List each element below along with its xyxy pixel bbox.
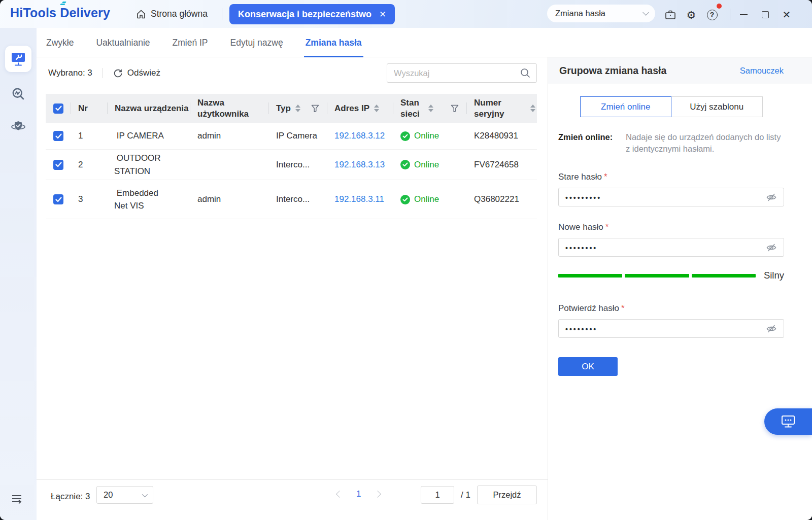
minimize-button[interactable] xyxy=(737,8,750,21)
cell-ip-link[interactable]: 192.168.3.12 xyxy=(327,131,393,141)
old-password-field[interactable]: ••••••••• xyxy=(558,188,784,206)
device-table: Nr Nazwa urządzenia Nazwa użytkownika Ty… xyxy=(46,94,537,219)
required-mark: * xyxy=(604,172,607,182)
old-password-value: ••••••••• xyxy=(565,194,601,202)
titlebar: HiToolsDelivery Strona główna Konserwacj… xyxy=(0,0,812,28)
function-selector-dropdown[interactable]: Zmiana hasła xyxy=(547,5,655,22)
table-header-row: Nr Nazwa urządzenia Nazwa użytkownika Ty… xyxy=(46,94,537,123)
column-header-network-state[interactable]: Stan sieci xyxy=(393,94,467,123)
maximize-button[interactable] xyxy=(759,8,772,21)
online-status-icon xyxy=(400,131,410,141)
cell-user-name: admin xyxy=(190,194,269,204)
sort-icon[interactable] xyxy=(374,105,379,112)
go-to-page-button[interactable]: Przejdź xyxy=(477,486,537,504)
home-icon xyxy=(136,9,146,19)
search-input[interactable] xyxy=(387,68,520,78)
toolbox-button[interactable] xyxy=(664,8,677,21)
row-checkbox[interactable] xyxy=(53,131,63,141)
floating-device-screen-button[interactable] xyxy=(764,408,812,435)
document-tab-maintenance[interactable]: Konserwacja i bezpieczeństwo ✕ xyxy=(229,4,395,24)
table-row[interactable]: 1 IP CAMERA admin IP Camera 192.168.3.12… xyxy=(46,123,537,150)
toolbox-icon xyxy=(664,9,676,21)
menu-expand-icon xyxy=(10,494,25,506)
new-password-field[interactable]: •••••••• xyxy=(558,238,784,257)
cell-type: IP Camera xyxy=(269,131,327,141)
confirm-password-field[interactable]: •••••••• xyxy=(558,319,784,338)
settings-button[interactable]: ⚙ xyxy=(685,8,698,21)
close-window-button[interactable]: ✕ xyxy=(780,8,793,21)
cell-device-name: Embedded Net VIS xyxy=(108,185,190,215)
row-checkbox[interactable] xyxy=(53,194,63,204)
eye-off-icon[interactable] xyxy=(766,324,777,334)
sort-icon[interactable] xyxy=(295,105,300,112)
table-body: 1 IP CAMERA admin IP Camera 192.168.3.12… xyxy=(46,123,537,219)
column-header-ip[interactable]: Adres IP xyxy=(327,94,393,123)
selected-count-label: Wybrano: 3 xyxy=(48,68,92,78)
close-icon: ✕ xyxy=(783,10,791,20)
minimize-icon xyxy=(740,14,748,15)
strength-label: Silny xyxy=(764,270,784,281)
filter-icon[interactable] xyxy=(311,105,319,112)
tab-zmiana-hasla[interactable]: Zmiana hasła xyxy=(304,38,363,57)
tab-close-icon[interactable]: ✕ xyxy=(379,9,386,20)
tab-zmien-ip[interactable]: Zmień IP xyxy=(171,38,210,57)
eye-off-icon[interactable] xyxy=(766,242,777,253)
cell-ip-link[interactable]: 192.168.3.13 xyxy=(327,160,393,170)
tab-edytuj-nazwe[interactable]: Edytuj nazwę xyxy=(229,38,285,57)
logo-text-delivery: Delivery xyxy=(60,6,110,20)
table-row[interactable]: 2 OUTDOOR STATION Interco... 192.168.3.1… xyxy=(46,150,537,180)
mode-description: Zmień online: Nadaje się do urządzeń dod… xyxy=(558,131,784,155)
tab-zwykle[interactable]: Zwykłe xyxy=(45,38,75,57)
mode-description-text: Nadaje się do urządzeń dodanych do listy… xyxy=(626,131,784,155)
notification-dot xyxy=(717,4,722,9)
column-header-type[interactable]: Typ xyxy=(269,94,327,123)
sidebar-item-security[interactable] xyxy=(0,115,37,137)
tutorial-link[interactable]: Samouczek xyxy=(740,66,784,76)
next-page-button[interactable] xyxy=(374,491,381,498)
new-password-value: •••••••• xyxy=(565,244,597,252)
required-mark: * xyxy=(605,222,609,232)
sort-icon[interactable] xyxy=(428,105,433,112)
page-size-select[interactable]: 20 xyxy=(96,486,153,504)
pager: 1 xyxy=(337,489,380,499)
cell-device-name: IP CAMERA xyxy=(108,127,190,145)
logo-accent-icon xyxy=(60,4,65,5)
eye-off-icon[interactable] xyxy=(766,192,777,202)
mode-use-template-button[interactable]: Użyj szablonu xyxy=(671,96,763,117)
gear-icon: ⚙ xyxy=(687,10,696,20)
password-change-panel: Grupowa zmiana hasła Samouczek Zmień onl… xyxy=(548,57,812,520)
search-icon[interactable] xyxy=(520,67,531,79)
cell-serial: Q36802221 xyxy=(467,194,536,204)
column-header-device-name[interactable]: Nazwa urządzenia xyxy=(108,94,190,123)
window-controls-divider xyxy=(730,9,730,20)
logo-accent-icon xyxy=(62,2,66,3)
row-checkbox[interactable] xyxy=(53,160,63,170)
refresh-button[interactable]: Odśwież xyxy=(113,68,160,78)
table-row[interactable]: 3 Embedded Net VIS admin Interco... 192.… xyxy=(46,180,537,219)
tab-uaktualnianie[interactable]: Uaktualnianie xyxy=(94,38,151,57)
page-jump-input[interactable] xyxy=(421,486,454,504)
sidebar-item-maintenance[interactable] xyxy=(5,46,31,72)
chevron-down-icon xyxy=(642,9,649,16)
sidebar xyxy=(0,28,37,520)
sidebar-collapse-button[interactable] xyxy=(10,494,25,508)
app-window: HiToolsDelivery Strona główna Konserwacj… xyxy=(0,0,812,520)
sort-icon[interactable] xyxy=(530,105,535,112)
column-header-user-name[interactable]: Nazwa użytkownika xyxy=(190,94,269,123)
page-number[interactable]: 1 xyxy=(356,489,361,499)
sidebar-item-diagnostics[interactable] xyxy=(0,83,37,105)
cell-user-name: admin xyxy=(190,131,269,141)
column-header-nr[interactable]: Nr xyxy=(71,94,108,123)
cell-ip-link[interactable]: 192.168.3.11 xyxy=(327,194,393,204)
help-button[interactable]: ? xyxy=(705,8,719,21)
home-tab[interactable]: Strona główna xyxy=(136,0,208,28)
filter-icon[interactable] xyxy=(451,105,459,112)
maximize-icon xyxy=(762,11,769,18)
mode-change-online-button[interactable]: Zmień online xyxy=(580,96,672,117)
ok-button[interactable]: OK xyxy=(558,357,618,376)
column-header-serial[interactable]: Numer seryjny xyxy=(467,94,536,123)
select-all-checkbox[interactable] xyxy=(53,103,63,114)
previous-page-button[interactable] xyxy=(336,491,343,498)
home-tab-label: Strona główna xyxy=(151,9,208,19)
online-status-icon xyxy=(400,195,410,204)
